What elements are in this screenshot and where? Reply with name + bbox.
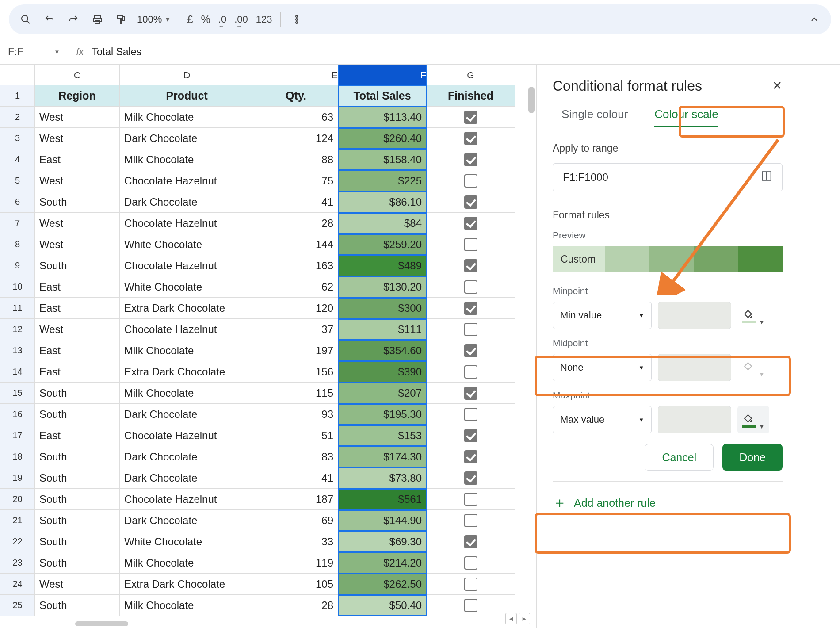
cell-C12[interactable]: West: [35, 319, 120, 340]
checkbox[interactable]: [464, 217, 477, 230]
cell-D7[interactable]: Chocolate Hazelnut: [120, 213, 254, 234]
cell-G24[interactable]: [427, 574, 515, 595]
cell-C13[interactable]: East: [35, 340, 120, 361]
cell-F16[interactable]: $195.30: [338, 404, 427, 425]
cell-D3[interactable]: Dark Chocolate: [120, 128, 254, 149]
row-header-11[interactable]: 11: [0, 298, 35, 319]
cell-E17[interactable]: 51: [254, 425, 338, 446]
cell-C7[interactable]: West: [35, 213, 120, 234]
cell-F9[interactable]: $489: [338, 255, 427, 276]
print-icon[interactable]: [89, 11, 105, 27]
cell-D13[interactable]: Milk Chocolate: [120, 340, 254, 361]
apply-range-input[interactable]: F1:F1000: [553, 163, 783, 191]
cell-C9[interactable]: South: [35, 255, 120, 276]
checkbox[interactable]: [464, 344, 477, 357]
cell-D11[interactable]: Extra Dark Chocolate: [120, 298, 254, 319]
header-cell-C[interactable]: Region: [35, 85, 120, 107]
select-range-icon[interactable]: [761, 170, 772, 184]
header-cell-E[interactable]: Qty.: [254, 85, 338, 107]
checkbox[interactable]: [464, 302, 477, 315]
row-header-22[interactable]: 22: [0, 531, 35, 552]
cell-C23[interactable]: South: [35, 552, 120, 574]
row-header-6[interactable]: 6: [0, 191, 35, 213]
cell-E12[interactable]: 37: [254, 319, 338, 340]
colour-scale-preview[interactable]: Custom: [553, 246, 783, 272]
scrollbar-vertical[interactable]: [528, 87, 535, 113]
cell-E23[interactable]: 119: [254, 552, 338, 574]
done-button[interactable]: Done: [722, 444, 783, 471]
cell-C15[interactable]: South: [35, 383, 120, 404]
cell-E16[interactable]: 93: [254, 404, 338, 425]
maxpoint-dropdown[interactable]: Max value▼: [553, 406, 652, 433]
cell-E7[interactable]: 28: [254, 213, 338, 234]
checkbox[interactable]: [464, 450, 477, 463]
cell-D2[interactable]: Milk Chocolate: [120, 107, 254, 128]
col-header-G[interactable]: G: [427, 65, 515, 85]
cell-F15[interactable]: $207: [338, 383, 427, 404]
percent-button[interactable]: %: [201, 11, 210, 27]
checkbox[interactable]: [464, 195, 477, 209]
cell-F23[interactable]: $214.20: [338, 552, 427, 574]
cell-E14[interactable]: 156: [254, 361, 338, 383]
header-cell-G[interactable]: Finished: [427, 85, 515, 107]
cell-C20[interactable]: South: [35, 489, 120, 510]
cell-D25[interactable]: Milk Chocolate: [120, 595, 254, 616]
row-header-15[interactable]: 15: [0, 383, 35, 404]
cell-E9[interactable]: 163: [254, 255, 338, 276]
checkbox[interactable]: [464, 111, 477, 124]
cell-G13[interactable]: [427, 340, 515, 361]
col-header-C[interactable]: C: [35, 65, 120, 85]
row-header-19[interactable]: 19: [0, 467, 35, 489]
cell-E20[interactable]: 187: [254, 489, 338, 510]
row-header-16[interactable]: 16: [0, 404, 35, 425]
header-cell-F[interactable]: Total Sales: [338, 85, 427, 107]
cell-G23[interactable]: [427, 552, 515, 574]
row-header-17[interactable]: 17: [0, 425, 35, 446]
cell-D20[interactable]: Chocolate Hazelnut: [120, 489, 254, 510]
cell-G25[interactable]: [427, 595, 515, 616]
search-icon[interactable]: [18, 11, 34, 27]
cell-D4[interactable]: Milk Chocolate: [120, 149, 254, 170]
cell-G12[interactable]: [427, 319, 515, 340]
col-header-F[interactable]: F: [338, 65, 427, 85]
cell-C19[interactable]: South: [35, 467, 120, 489]
currency-button[interactable]: £: [187, 11, 193, 27]
row-header-8[interactable]: 8: [0, 234, 35, 255]
row-header-10[interactable]: 10: [0, 276, 35, 298]
cell-E5[interactable]: 75: [254, 170, 338, 191]
checkbox[interactable]: [464, 556, 477, 570]
cell-F4[interactable]: $158.40: [338, 149, 427, 170]
cell-G4[interactable]: [427, 149, 515, 170]
cell-D14[interactable]: Extra Dark Chocolate: [120, 361, 254, 383]
cell-C24[interactable]: West: [35, 574, 120, 595]
corner-cell[interactable]: [0, 65, 35, 85]
cell-C18[interactable]: South: [35, 446, 120, 467]
redo-icon[interactable]: [65, 11, 81, 27]
row-header-4[interactable]: 4: [0, 149, 35, 170]
row-header-3[interactable]: 3: [0, 128, 35, 149]
checkbox[interactable]: [464, 323, 477, 336]
cell-D9[interactable]: Chocolate Hazelnut: [120, 255, 254, 276]
row-header-2[interactable]: 2: [0, 107, 35, 128]
zoom-dropdown[interactable]: 100%▼: [137, 14, 171, 25]
cell-D5[interactable]: Chocolate Hazelnut: [120, 170, 254, 191]
cancel-button[interactable]: Cancel: [645, 444, 714, 471]
checkbox[interactable]: [464, 535, 477, 548]
decrease-decimal-icon[interactable]: .0←: [218, 11, 226, 27]
cell-E3[interactable]: 124: [254, 128, 338, 149]
cell-G20[interactable]: [427, 489, 515, 510]
tab-colour-scale[interactable]: Colour scale: [654, 107, 718, 127]
col-header-D[interactable]: D: [120, 65, 254, 85]
close-icon[interactable]: [772, 78, 783, 94]
checkbox[interactable]: [464, 493, 477, 506]
midpoint-dropdown[interactable]: None▼: [553, 354, 652, 381]
cell-F2[interactable]: $113.40: [338, 107, 427, 128]
cell-G3[interactable]: [427, 128, 515, 149]
cell-D23[interactable]: Milk Chocolate: [120, 552, 254, 574]
cell-G7[interactable]: [427, 213, 515, 234]
cell-D17[interactable]: Chocolate Hazelnut: [120, 425, 254, 446]
row-header-21[interactable]: 21: [0, 510, 35, 531]
cell-E25[interactable]: 28: [254, 595, 338, 616]
row-header-14[interactable]: 14: [0, 361, 35, 383]
cell-C21[interactable]: South: [35, 510, 120, 531]
